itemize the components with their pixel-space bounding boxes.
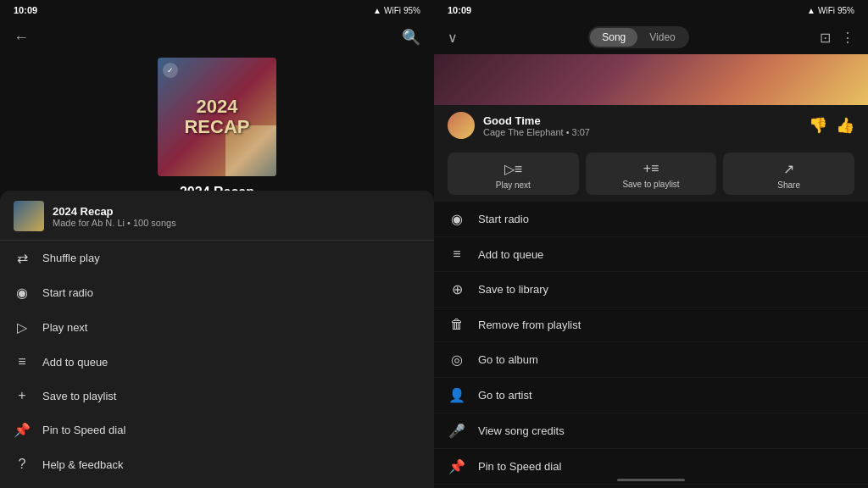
menu-item-shuffle[interactable]: ⇄ Shuffle play (0, 241, 434, 275)
rmi-credits-label: View song credits (478, 424, 565, 437)
song-title: Good Time (483, 114, 800, 127)
action-buttons: ▷≡ Play next +≡ Save to playlist ↗ Share (434, 146, 868, 202)
bottom-sheet: 2024 Recap Made for Ab N. Li • 100 songs… (0, 191, 434, 488)
right-top-bar: ∨ Song Video ⊡ ⋮ (434, 20, 868, 54)
rmi-credits-icon: 🎤 (448, 423, 466, 439)
queue-icon: ≡ (14, 354, 31, 369)
play-next-label: Play next (496, 180, 531, 190)
rmi-radio[interactable]: ◉ Start radio (434, 202, 868, 237)
right-status-icons: ▲ WiFi 95% (807, 6, 854, 15)
radio-icon: ◉ (14, 285, 31, 301)
right-nav-indicator (617, 479, 685, 481)
rmi-remove-icon: 🗑 (448, 317, 466, 332)
menu-item-speed[interactable]: 📌 Pin to Speed dial (0, 413, 434, 447)
menu-item-help[interactable]: ? Help & feedback (0, 447, 434, 481)
sheet-header: 2024 Recap Made for Ab N. Li • 100 songs (0, 191, 434, 241)
thumbs-up-icon[interactable]: 👍 (836, 116, 854, 135)
pin-icon: 📌 (14, 422, 31, 438)
help-icon: ? (14, 457, 31, 472)
rmi-credits[interactable]: 🎤 View song credits (434, 413, 868, 449)
play-next-icon: ▷≡ (504, 161, 522, 177)
tab-song[interactable]: Song (590, 28, 637, 47)
next-icon: ▷ (14, 319, 31, 336)
share-label: Share (777, 180, 800, 190)
rmi-remove-label: Remove from playlist (478, 319, 581, 331)
sheet-info: 2024 Recap Made for Ab N. Li • 100 songs (53, 205, 176, 228)
rmi-album-label: Go to album (478, 353, 538, 366)
signal-icon: ▲ (373, 6, 381, 15)
now-playing-info: Good Time Cage The Elephant • 3:07 👎 👍 (434, 105, 868, 146)
left-panel: 10:09 ▲ WiFi 95% ← 🔍 ✓ 2024RECAP 2024 Re… (0, 0, 434, 488)
more-options-icon[interactable]: ⋮ (841, 30, 854, 46)
menu-label-playlist: Save to playlist (42, 390, 116, 402)
rmi-remove[interactable]: 🗑 Remove from playlist (434, 308, 868, 342)
play-next-button[interactable]: ▷≡ Play next (448, 152, 579, 195)
sheet-title: 2024 Recap (53, 205, 176, 218)
rmi-album[interactable]: ◎ Go to album (434, 342, 868, 378)
thumbs-down-icon[interactable]: 👎 (809, 116, 827, 135)
check-icon: ✓ (163, 63, 178, 78)
right-status-bar: 10:09 ▲ WiFi 95% (434, 0, 868, 20)
rmi-library[interactable]: ⊕ Save to library (434, 272, 868, 308)
right-status-time: 10:09 (448, 5, 471, 15)
menu-label-next: Play next (42, 321, 87, 334)
menu-label-help: Help & feedback (42, 458, 123, 471)
playlist-icon: + (14, 388, 31, 403)
save-playlist-button[interactable]: +≡ Save to playlist (586, 152, 717, 195)
left-status-time: 10:09 (14, 5, 37, 15)
battery-icon: 95% (403, 6, 420, 15)
now-playing-text: Good Time Cage The Elephant • 3:07 (483, 114, 800, 137)
rmi-library-label: Save to library (478, 283, 548, 296)
rmi-library-icon: ⊕ (448, 281, 466, 297)
menu-label-radio: Start radio (42, 286, 93, 299)
wifi-icon: WiFi (384, 6, 401, 15)
rmi-artist-icon: 👤 (448, 387, 466, 403)
album-art: ✓ 2024RECAP (158, 58, 276, 176)
menu-item-next[interactable]: ▷ Play next (0, 310, 434, 345)
left-top-bar: ← 🔍 (0, 20, 434, 54)
tab-group: Song Video (588, 26, 689, 48)
artist-avatar (448, 112, 475, 139)
right-signal-icon: ▲ (807, 6, 815, 15)
menu-item-radio[interactable]: ◉ Start radio (0, 275, 434, 310)
menu-label-queue: Add to queue (42, 356, 108, 369)
search-icon[interactable]: 🔍 (402, 28, 420, 47)
rmi-radio-icon: ◉ (448, 211, 466, 227)
rmi-radio-label: Start radio (478, 213, 529, 225)
right-nav-bar (434, 471, 868, 488)
album-art-text: 2024RECAP (184, 97, 249, 137)
right-wifi-icon: WiFi (818, 6, 835, 15)
share-icon: ↗ (783, 161, 794, 177)
right-battery-icon: 95% (837, 6, 854, 15)
menu-label-speed: Pin to Speed dial (42, 424, 125, 436)
right-panel: 10:09 ▲ WiFi 95% ∨ Song Video ⊡ ⋮ Good T… (434, 0, 868, 488)
sheet-thumbnail (14, 201, 44, 231)
cast-icon[interactable]: ⊡ (820, 30, 831, 46)
rmi-artist[interactable]: 👤 Go to artist (434, 378, 868, 413)
menu-label-shuffle: Shuffle play (42, 252, 100, 264)
rmi-queue[interactable]: ≡ Add to queue (434, 237, 868, 272)
menu-item-playlist[interactable]: + Save to playlist (0, 379, 434, 413)
tab-video[interactable]: Video (637, 28, 687, 47)
shuffle-icon: ⇄ (14, 250, 31, 266)
sheet-subtitle: Made for Ab N. Li • 100 songs (53, 218, 176, 228)
save-playlist-icon: +≡ (643, 161, 659, 176)
right-menu: ◉ Start radio ≡ Add to queue ⊕ Save to l… (434, 202, 868, 488)
left-status-icons: ▲ WiFi 95% (373, 6, 420, 15)
collapse-icon[interactable]: ∨ (448, 30, 458, 46)
song-subtitle: Cage The Elephant • 3:07 (483, 127, 800, 137)
now-playing-actions: 👎 👍 (809, 116, 854, 135)
left-status-bar: 10:09 ▲ WiFi 95% (0, 0, 434, 20)
rmi-artist-label: Go to artist (478, 389, 532, 402)
save-playlist-label: Save to playlist (622, 180, 679, 189)
share-button[interactable]: ↗ Share (723, 152, 854, 195)
now-playing-thumbnail (434, 54, 868, 105)
back-icon[interactable]: ← (14, 29, 29, 47)
menu-item-queue[interactable]: ≡ Add to queue (0, 345, 434, 379)
rmi-queue-label: Add to queue (478, 248, 543, 261)
rmi-queue-icon: ≡ (448, 247, 466, 262)
rmi-album-icon: ◎ (448, 352, 466, 368)
right-top-icons: ⊡ ⋮ (820, 30, 854, 46)
